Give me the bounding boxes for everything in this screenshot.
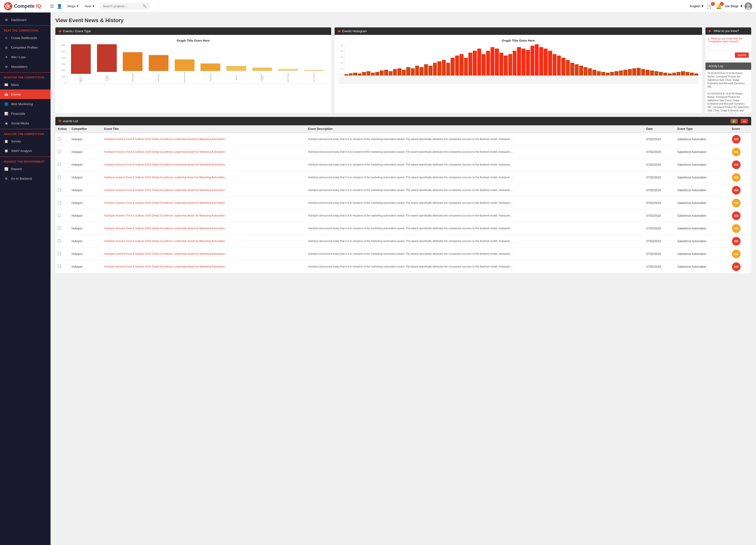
histogram-bar [584,67,588,76]
row-checkbox-cell[interactable] [55,209,69,222]
row-event-title[interactable]: HubSpot recieves Frost & Sullivan 2019 G… [102,184,306,197]
row-checkbox-cell[interactable] [55,235,69,248]
histogram-title: Events Histogram [342,29,367,33]
event-title-link[interactable]: HubSpot recieves Frost & Sullivan 2019 G… [104,214,226,217]
sidebar-item-news[interactable]: 📰 News [0,80,51,90]
mega-menu-item[interactable]: Mega ▼ [65,3,81,9]
row-event-title[interactable]: HubSpot recieves Frost & Sullivan 2019 G… [102,235,306,248]
row-event-title[interactable]: HubSpot recieves Frost & Sullivan 2019 G… [102,158,306,171]
row-event-title[interactable]: HubSpot recieves Frost & Sullivan 2019 G… [102,197,306,209]
row-checkbox[interactable] [58,188,61,192]
event-title-link[interactable]: HubSpot recieves Frost & Sullivan 2019 G… [104,150,226,153]
sidebar-item-backend[interactable]: ⚙ Go to Backend [0,174,51,183]
row-checkbox-cell[interactable] [55,222,69,235]
histogram-bar [367,71,370,76]
row-checkbox-cell[interactable] [55,260,69,273]
notification-button[interactable]: 🔔 2 [716,3,722,9]
sidebar-item-financials[interactable]: 📊 Financials [0,109,51,118]
cart-button[interactable]: 🛒 5 [707,3,713,9]
row-checkbox-cell[interactable] [55,158,69,171]
histogram-bar [344,74,348,76]
top-navigation: CompeteIQ ☰ 👤 Mega ▼ New ▼ 🔍 English ▼ 🛒… [0,0,756,13]
row-checkbox[interactable] [58,176,61,179]
events-icon: 📅 [4,92,9,97]
sidebar-item-events[interactable]: 📅 Events [0,90,51,99]
row-checkbox[interactable] [58,201,61,204]
event-title-link[interactable]: HubSpot recieves Frost & Sullivan 2019 G… [104,240,226,243]
user-menu[interactable]: Joe Blogs ▼ [725,2,752,10]
row-event-title[interactable]: HubSpot recieves Frost & Sullivan 2019 G… [102,260,306,273]
event-title-link[interactable]: HubSpot recieves Frost & Sullivan 2019 G… [104,138,226,141]
row-checkbox-cell[interactable] [55,197,69,209]
row-checkbox[interactable] [58,252,61,255]
row-score: 368 [730,184,751,197]
sidebar-item-battlecards[interactable]: ⚔ Create Battlecards [0,33,51,43]
row-score: 286 [730,222,751,235]
row-event-title[interactable]: HubSpot recieves Frost & Sullivan 2019 G… [102,222,306,235]
topnav-right: English ▼ 🛒 5 🔔 2 Joe Blogs ▼ [690,2,752,10]
new-menu-item[interactable]: New ▼ [82,3,97,9]
histogram-bar [539,47,543,76]
row-score: 368 [730,260,751,273]
sidebar-item-survey[interactable]: 📋 Survey [0,136,51,146]
know-submit-button[interactable]: Submit [735,52,749,58]
histogram-bar [486,51,490,76]
row-competitor: Hubspot [69,171,102,184]
sidebar-item-swat[interactable]: 🔲 SWAT Analysis [0,146,51,156]
row-checkbox[interactable] [58,239,61,243]
row-event-type: Salesforce Automation [675,184,730,197]
row-checkbox[interactable] [58,265,61,268]
lang-chevron-icon: ▼ [701,4,704,8]
row-event-title[interactable]: HubSpot recieves Frost & Sullivan 2019 G… [102,146,306,158]
histogram-bar [522,49,525,76]
sidebar-item-newsletters[interactable]: ✉ Newsletters [0,62,51,71]
row-event-title[interactable]: HubSpot recieves Frost & Sullivan 2019 G… [102,133,306,146]
histogram-bar [393,69,397,76]
row-checkbox[interactable] [58,163,61,166]
row-checkbox-cell[interactable] [55,184,69,197]
search-input[interactable] [103,4,141,8]
row-checkbox-cell[interactable] [55,248,69,260]
svg-point-3 [747,4,750,7]
histogram-bar [659,72,663,76]
row-event-title[interactable]: HubSpot recieves Frost & Sullivan 2019 G… [102,209,306,222]
row-checkbox[interactable] [58,150,61,153]
sidebar-item-web-monitoring[interactable]: 🌐 Web Monitoring [0,99,51,109]
newsletters-icon: ✉ [4,64,9,69]
histogram-bar [544,49,548,76]
event-title-link[interactable]: HubSpot recieves Frost & Sullivan 2019 G… [104,201,226,204]
event-title-link[interactable]: HubSpot recieves Frost & Sullivan 2019 G… [104,227,226,230]
event-title-link[interactable]: HubSpot recieves Frost & Sullivan 2019 G… [104,265,226,268]
logo[interactable]: CompeteIQ [4,2,47,11]
row-event-title[interactable]: HubSpot recieves Frost & Sullivan 2019 G… [102,171,306,184]
events-export-pdf-button[interactable]: PDF [741,119,748,123]
know-input[interactable] [708,45,749,51]
event-title-link[interactable]: HubSpot recieves Frost & Sullivan 2019 G… [104,189,226,192]
row-checkbox[interactable] [58,214,61,217]
hamburger-icon[interactable]: ☰ [50,4,54,9]
sidebar-item-competitor-profiles[interactable]: ◎ Competitor Profiles [0,43,51,52]
events-table-head: Action Competitor Event Title Event Desc… [55,125,751,133]
bar-label: Acquisition [158,72,159,84]
sidebar-item-social-media[interactable]: ◉ Social Media [0,118,51,128]
event-title-link[interactable]: HubSpot recieves Frost & Sullivan 2019 G… [104,163,226,166]
row-checkbox-cell[interactable] [55,171,69,184]
language-selector[interactable]: English ▼ [690,4,704,8]
row-checkbox[interactable] [58,137,61,141]
row-checkbox[interactable] [58,227,61,230]
sidebar-item-reports[interactable]: 📈 Reports [0,164,51,174]
notification-badge: 2 [720,2,724,6]
row-checkbox-cell[interactable] [55,146,69,158]
row-checkbox-cell[interactable] [55,133,69,146]
event-title-link[interactable]: HubSpot recieves Frost & Sullivan 2019 G… [104,176,226,179]
sidebar-item-dashboard[interactable]: ⊞ Dashboard [0,15,51,25]
histogram-bar [579,66,583,76]
search-box[interactable]: 🔍 [100,3,149,9]
row-date: 07/02/2019 [644,235,675,248]
user-nav-icon[interactable]: 👤 [57,4,62,9]
sidebar-item-win-loss[interactable]: ✦ Win / Loss [0,52,51,62]
events-export-excel-button[interactable]: X [730,119,738,123]
event-title-link[interactable]: HubSpot recieves Frost & Sullivan 2019 G… [104,252,226,255]
row-event-title[interactable]: HubSpot recieves Frost & Sullivan 2019 G… [102,248,306,260]
bar-label: Award [235,72,237,84]
